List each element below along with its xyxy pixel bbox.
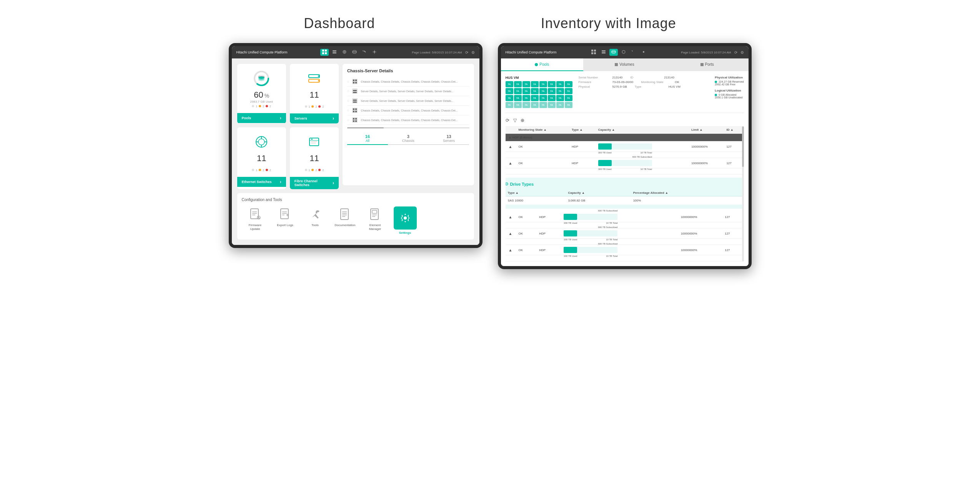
- inv-nav-server[interactable]: [599, 49, 608, 56]
- cell-id: 127: [722, 245, 744, 255]
- inventory-main: HUS VM 7A 7A 7A 7A 7A 7A 7A 7A: [501, 71, 749, 266]
- svg-point-80: [612, 52, 616, 53]
- nav-server[interactable]: [330, 49, 339, 56]
- inv-refresh-icon[interactable]: ⟳: [734, 50, 737, 55]
- inventory-screen: Hitachi Unified Compute Platform: [501, 46, 749, 266]
- chassis-row-3[interactable]: ○ Server Details, Server Details, Server…: [347, 96, 469, 106]
- settings-tool[interactable]: Settings: [392, 206, 419, 235]
- element-manager-tool[interactable]: ElementManager: [362, 206, 389, 235]
- documentation-tool[interactable]: Documentation: [332, 206, 359, 235]
- cell-capacity: 600 TB Subscribed 300 TB Used 10 TB Tota…: [595, 141, 688, 152]
- table-row[interactable]: ▲ OK HDP 600 TB Subscribed 300 TB Used 1…: [506, 212, 744, 222]
- svg-rect-46: [353, 111, 354, 112]
- chassis-tab-servers[interactable]: 13 Servers: [429, 133, 469, 145]
- chassis-panel: Chassis-Server Details ○ Chassis Details…: [343, 64, 474, 185]
- chassis-tab-all[interactable]: 16 All: [347, 133, 388, 145]
- tab-ports[interactable]: Ports: [666, 58, 749, 71]
- nav-settings[interactable]: [370, 49, 379, 56]
- inv-nav-settings[interactable]: [639, 49, 648, 56]
- tools-tool[interactable]: Tools: [302, 206, 329, 235]
- th-limit[interactable]: Limit ▲: [688, 126, 723, 134]
- cell-state: OK: [515, 228, 536, 239]
- row-expand[interactable]: ▲: [509, 231, 512, 236]
- inv-nav-grid[interactable]: [589, 49, 598, 56]
- dashboard-device: Hitachi Unified Compute Platform: [229, 43, 483, 248]
- hus-cell: 7A: [539, 81, 547, 87]
- chassis-row-5[interactable]: ○ Chassis Details, Chassis Details, Chas…: [347, 115, 469, 125]
- chassis-grid-icon2: [352, 108, 358, 113]
- table-row[interactable]: ▲ OK HDP 600 TB Subscribed 300 TB Used 1…: [506, 228, 744, 239]
- serial-value: 213140: [612, 76, 623, 79]
- refresh-btn[interactable]: ⟳: [506, 118, 509, 123]
- row-expand[interactable]: ▲: [509, 248, 512, 252]
- inv-nav-network[interactable]: [619, 49, 628, 56]
- row-expand[interactable]: ▲: [509, 161, 512, 165]
- svg-point-14: [374, 51, 375, 53]
- capacity-bar: [598, 160, 612, 166]
- th-capacity[interactable]: Capacity ▲: [595, 126, 688, 134]
- settings-gear-icon[interactable]: ⚙: [471, 50, 475, 55]
- fibre-footer[interactable]: Fibre Channel Switches: [290, 177, 339, 189]
- tools-icon: [308, 206, 323, 222]
- tab-volumes[interactable]: Volumes: [583, 58, 666, 71]
- inv-nav-tools[interactable]: [629, 49, 638, 56]
- used-label: 300 TB Used: [598, 151, 612, 154]
- pools-footer[interactable]: Pools: [237, 113, 286, 123]
- inv-nav-storage[interactable]: [609, 49, 618, 56]
- export-logs-tool[interactable]: Export Logs: [272, 206, 299, 235]
- id-value: 213140: [664, 76, 674, 79]
- fibre-indicators: 1 2 2: [305, 169, 324, 171]
- th-type[interactable]: Type ▲: [569, 126, 595, 134]
- reserved-dot: [715, 81, 717, 83]
- dt-type: SAS 10000: [506, 196, 565, 205]
- servers-footer[interactable]: Servers: [290, 113, 339, 123]
- spacer-row: [506, 255, 744, 261]
- inv-settings-icon[interactable]: ⚙: [740, 50, 744, 55]
- refresh-icon[interactable]: ⟳: [465, 50, 468, 55]
- servers-stat: 11: [309, 90, 319, 100]
- inventory-device: Hitachi Unified Compute Platform: [498, 43, 752, 269]
- hus-cell: 7A: [548, 88, 556, 94]
- th-monitoring[interactable]: Monitoring State ▲: [515, 126, 569, 134]
- chassis-tab-chassis[interactable]: 3 Chassis: [388, 133, 429, 145]
- scrollbar[interactable]: [742, 126, 744, 261]
- nav-grid[interactable]: [320, 49, 329, 56]
- tab-pools[interactable]: Pools: [501, 58, 584, 71]
- filter-btn[interactable]: ▽: [513, 118, 517, 123]
- dt-th-type[interactable]: Type ▲: [506, 190, 565, 196]
- row-expand[interactable]: ▲: [509, 145, 512, 149]
- inventory-nav: [560, 49, 678, 56]
- th-id[interactable]: ID ▲: [723, 126, 744, 134]
- dt-pct: 100%: [630, 196, 744, 205]
- dashboard-title: Dashboard: [304, 15, 375, 32]
- table-row[interactable]: ▲ OK HDP 600 TB Subscribed 300 TB Used 1…: [506, 245, 744, 255]
- hus-cell: 7A: [506, 81, 513, 87]
- svg-rect-61: [341, 209, 348, 220]
- nav-network[interactable]: [340, 49, 349, 56]
- cell-limit: 10000000%: [688, 141, 723, 152]
- cell-id: 127: [722, 212, 744, 222]
- chassis-row-1[interactable]: ○ Chassis Details, Chassis Details, Chas…: [347, 77, 469, 87]
- hus-cell: 7A: [539, 95, 547, 101]
- layout-btn[interactable]: ⊕: [521, 118, 524, 123]
- table-row[interactable]: ▲ OK HDP 600 TB Subscribed 300 TB Used 1…: [506, 141, 744, 152]
- chassis-row-4[interactable]: ○ Chassis Details, Chassis Details, Chas…: [347, 106, 469, 115]
- svg-rect-49: [355, 118, 357, 120]
- dt-th-capacity[interactable]: Capacity ▲: [565, 190, 630, 196]
- nav-storage[interactable]: [350, 49, 359, 56]
- drive-types-section: ⊙ Drive Types Type ▲ Capacity ▲ Percenta…: [506, 178, 744, 209]
- documentation-icon: [338, 206, 353, 222]
- chassis-row-2[interactable]: ○ Server Details, Server Details, Server…: [347, 87, 469, 96]
- firmware-update-tool[interactable]: FirmwareUpdate: [242, 206, 269, 235]
- nav-tools[interactable]: [360, 49, 369, 56]
- cell-state: OK: [515, 158, 569, 168]
- pools-card: 60% 60% 2983.7 GB Used: [237, 64, 286, 123]
- table-row[interactable]: ▲ OK HDP 600 TB Subscribed 300 TB Used 1…: [506, 158, 744, 168]
- dt-th-pct[interactable]: Percentage Allocated ▲: [630, 190, 744, 196]
- spacer-row: [506, 239, 744, 245]
- hus-cell: 7A: [506, 88, 513, 94]
- ethernet-footer[interactable]: Ethernet Switches: [237, 177, 286, 187]
- cell-type: HDP: [536, 245, 561, 255]
- row-expand[interactable]: ▲: [509, 215, 512, 219]
- drive-types-table: Type ▲ Capacity ▲ Percentage Allocated ▲…: [506, 190, 744, 205]
